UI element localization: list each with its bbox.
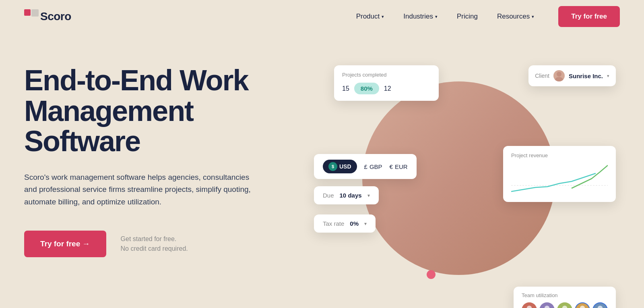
svg-rect-0 [24,9,31,16]
projects-completed-card: Projects completed 15 80% 12 [334,65,439,101]
hero-content: End-to-End Work Management Software Scor… [24,57,306,257]
projects-card-row: 15 80% 12 [342,83,431,94]
client-avatar [553,70,565,81]
svg-point-11 [580,306,585,308]
hero-title: End-to-End Work Management Software [24,65,306,157]
nav-resources[interactable]: Resources ▾ [489,8,542,25]
logo-text: Scoro [40,10,71,23]
projects-card-title: Projects completed [342,72,431,78]
chevron-down-icon: ▾ [532,14,534,19]
hero-cta-button[interactable]: Try for free → [24,231,106,257]
svg-point-2 [557,72,561,77]
due-label: Due [323,192,334,199]
usd-symbol: $ [328,162,337,171]
logo[interactable]: Scoro [24,9,71,24]
currency-eur[interactable]: € EUR [390,163,408,170]
revenue-title: Project revenue [511,152,608,158]
svg-point-9 [562,306,568,308]
currency-card: $ USD £ GBP € EUR [314,154,417,179]
chevron-down-icon: ▾ [435,14,438,19]
team-avatar-5 [592,302,608,308]
client-dropdown-icon: ▾ [607,73,609,79]
chevron-down-icon: ▾ [382,14,384,19]
svg-point-3 [555,77,563,81]
hero-visual: Projects completed 15 80% 12 Client Sunr… [322,57,620,308]
team-avatar-4 [575,302,590,308]
navigation: Scoro Product ▾ Industries ▾ Pricing Res… [0,0,644,33]
hero-section: End-to-End Work Management Software Scor… [0,33,644,308]
team-title: Team utilization [522,292,608,298]
projects-right-value: 12 [384,85,391,92]
client-name: Sunrise Inc. [569,73,603,79]
decorative-circle-small [427,270,436,279]
due-dropdown-icon: ▾ [367,193,370,198]
team-utilization-card: Team utilization [514,287,616,308]
nav-pricing[interactable]: Pricing [449,8,486,25]
client-label: Client [535,73,549,79]
gbp-symbol-text: £ [364,163,367,170]
svg-rect-1 [31,9,39,17]
revenue-chart [511,163,608,196]
team-avatar-3 [557,302,572,308]
logo-icon [24,9,39,24]
team-avatar-2 [539,302,555,308]
nav-cta-button[interactable]: Try for free [558,6,620,27]
currency-gbp[interactable]: £ GBP [364,163,382,170]
due-card[interactable]: Due 10 days ▾ [314,186,379,204]
hero-secondary-text: Get started for free. No credit card req… [121,234,188,254]
svg-point-7 [545,306,550,308]
projects-progress: 80% [354,83,379,94]
nav-industries[interactable]: Industries ▾ [395,8,446,25]
projects-left-value: 15 [342,85,349,92]
eur-symbol-text: € [390,163,393,170]
avatar-image [553,70,565,81]
nav-product[interactable]: Product ▾ [348,8,392,25]
team-avatar-1 [522,302,537,308]
team-avatars [522,302,608,308]
due-value: 10 days [340,192,362,199]
svg-point-13 [598,306,603,308]
svg-point-5 [527,306,532,308]
nav-links: Product ▾ Industries ▾ Pricing Resources… [348,8,543,25]
tax-value: 0% [350,220,359,227]
revenue-chart-svg [511,163,608,196]
client-card[interactable]: Client Sunrise Inc. ▾ [528,65,616,86]
hero-description: Scoro's work management software helps a… [24,171,258,208]
hero-actions: Try for free → Get started for free. No … [24,231,306,257]
tax-dropdown-icon: ▾ [364,221,367,227]
currency-usd-active[interactable]: $ USD [323,160,357,173]
tax-rate-card[interactable]: Tax rate 0% ▾ [314,214,376,233]
project-revenue-card: Project revenue [503,146,616,202]
tax-label: Tax rate [323,220,344,227]
